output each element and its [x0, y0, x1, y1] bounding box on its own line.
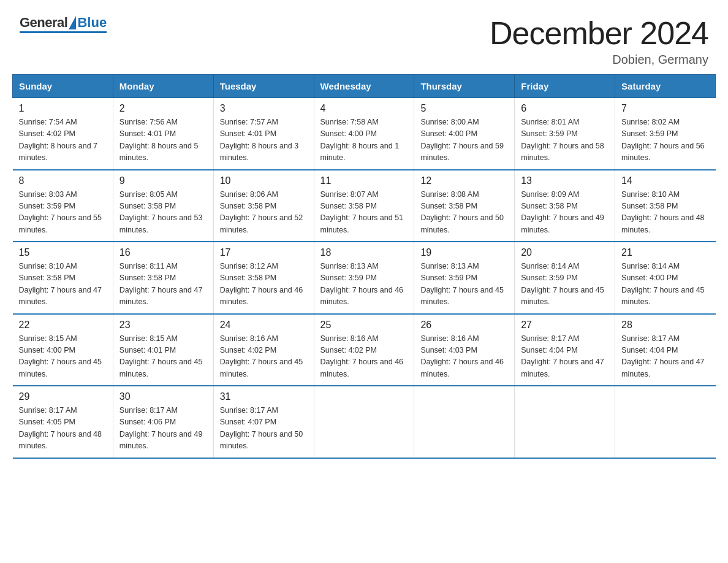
header-day-monday: Monday	[113, 75, 213, 98]
day-info: Sunrise: 8:14 AMSunset: 3:59 PMDaylight:…	[521, 261, 609, 308]
calendar-cell: 19Sunrise: 8:13 AMSunset: 3:59 PMDayligh…	[414, 242, 515, 314]
calendar-container: SundayMondayTuesdayWednesdayThursdayFrid…	[0, 74, 728, 471]
day-number: 30	[119, 391, 207, 402]
day-info: Sunrise: 7:56 AMSunset: 4:01 PMDaylight:…	[119, 117, 207, 164]
day-info: Sunrise: 8:16 AMSunset: 4:03 PMDaylight:…	[420, 333, 508, 381]
week-row-3: 15Sunrise: 8:10 AMSunset: 3:58 PMDayligh…	[13, 242, 716, 314]
day-info: Sunrise: 8:16 AMSunset: 4:02 PMDaylight:…	[220, 333, 308, 381]
calendar-cell: 18Sunrise: 8:13 AMSunset: 3:59 PMDayligh…	[314, 242, 414, 314]
calendar-cell: 31Sunrise: 8:17 AMSunset: 4:07 PMDayligh…	[213, 386, 314, 458]
calendar-cell: 3Sunrise: 7:57 AMSunset: 4:01 PMDaylight…	[213, 98, 314, 170]
calendar-body: 1Sunrise: 7:54 AMSunset: 4:02 PMDaylight…	[13, 98, 716, 458]
calendar-header: SundayMondayTuesdayWednesdayThursdayFrid…	[13, 75, 716, 98]
day-number: 29	[19, 391, 107, 402]
day-info: Sunrise: 8:17 AMSunset: 4:05 PMDaylight:…	[19, 405, 107, 453]
day-info: Sunrise: 8:17 AMSunset: 4:06 PMDaylight:…	[119, 405, 207, 453]
day-number: 13	[521, 175, 609, 186]
calendar-cell: 21Sunrise: 8:14 AMSunset: 4:00 PMDayligh…	[615, 242, 716, 314]
week-row-5: 29Sunrise: 8:17 AMSunset: 4:05 PMDayligh…	[13, 386, 716, 458]
logo-triangle-icon	[69, 16, 76, 29]
week-row-1: 1Sunrise: 7:54 AMSunset: 4:02 PMDaylight…	[13, 98, 716, 170]
day-number: 24	[220, 320, 308, 331]
day-info: Sunrise: 8:05 AMSunset: 3:58 PMDaylight:…	[119, 189, 207, 237]
week-row-4: 22Sunrise: 8:15 AMSunset: 4:00 PMDayligh…	[13, 314, 716, 386]
title-section: December 2024 Dobien, Germany	[490, 15, 708, 67]
calendar-cell: 2Sunrise: 7:56 AMSunset: 4:01 PMDaylight…	[113, 98, 213, 170]
calendar-cell: 11Sunrise: 8:07 AMSunset: 3:58 PMDayligh…	[314, 170, 414, 242]
calendar-cell: 12Sunrise: 8:08 AMSunset: 3:58 PMDayligh…	[414, 170, 515, 242]
page-header: General Blue December 2024 Dobien, Germa…	[0, 0, 728, 74]
day-number: 23	[119, 320, 207, 331]
day-number: 20	[521, 247, 609, 258]
calendar-cell: 5Sunrise: 8:00 AMSunset: 4:00 PMDaylight…	[414, 98, 515, 170]
day-info: Sunrise: 8:01 AMSunset: 3:59 PMDaylight:…	[521, 117, 609, 164]
header-day-saturday: Saturday	[615, 75, 716, 98]
calendar-cell: 1Sunrise: 7:54 AMSunset: 4:02 PMDaylight…	[13, 98, 113, 170]
calendar-cell: 7Sunrise: 8:02 AMSunset: 3:59 PMDaylight…	[615, 98, 716, 170]
day-number: 28	[621, 320, 709, 331]
header-day-tuesday: Tuesday	[213, 75, 314, 98]
day-info: Sunrise: 8:15 AMSunset: 4:01 PMDaylight:…	[119, 333, 207, 381]
day-info: Sunrise: 8:12 AMSunset: 3:58 PMDaylight:…	[220, 261, 308, 308]
calendar-cell: 22Sunrise: 8:15 AMSunset: 4:00 PMDayligh…	[13, 314, 113, 386]
calendar-cell: 8Sunrise: 8:03 AMSunset: 3:59 PMDaylight…	[13, 170, 113, 242]
day-info: Sunrise: 8:17 AMSunset: 4:04 PMDaylight:…	[621, 333, 709, 381]
day-info: Sunrise: 8:10 AMSunset: 3:58 PMDaylight:…	[19, 261, 107, 308]
day-info: Sunrise: 8:03 AMSunset: 3:59 PMDaylight:…	[19, 189, 107, 237]
day-info: Sunrise: 8:09 AMSunset: 3:58 PMDaylight:…	[521, 189, 609, 237]
day-number: 10	[220, 175, 308, 186]
day-info: Sunrise: 8:13 AMSunset: 3:59 PMDaylight:…	[320, 261, 408, 308]
calendar-cell: 24Sunrise: 8:16 AMSunset: 4:02 PMDayligh…	[213, 314, 314, 386]
day-info: Sunrise: 7:58 AMSunset: 4:00 PMDaylight:…	[320, 117, 408, 164]
calendar-cell	[515, 386, 615, 458]
day-info: Sunrise: 7:54 AMSunset: 4:02 PMDaylight:…	[19, 117, 107, 164]
calendar-cell: 13Sunrise: 8:09 AMSunset: 3:58 PMDayligh…	[515, 170, 615, 242]
day-info: Sunrise: 8:00 AMSunset: 4:00 PMDaylight:…	[420, 117, 508, 164]
day-info: Sunrise: 8:17 AMSunset: 4:07 PMDaylight:…	[220, 405, 308, 453]
day-number: 3	[220, 103, 308, 114]
week-row-2: 8Sunrise: 8:03 AMSunset: 3:59 PMDaylight…	[13, 170, 716, 242]
calendar-cell: 29Sunrise: 8:17 AMSunset: 4:05 PMDayligh…	[13, 386, 113, 458]
calendar-table: SundayMondayTuesdayWednesdayThursdayFrid…	[12, 74, 716, 459]
calendar-cell: 26Sunrise: 8:16 AMSunset: 4:03 PMDayligh…	[414, 314, 515, 386]
header-day-thursday: Thursday	[414, 75, 515, 98]
calendar-cell: 10Sunrise: 8:06 AMSunset: 3:58 PMDayligh…	[213, 170, 314, 242]
day-number: 26	[420, 320, 508, 331]
day-number: 21	[621, 247, 709, 258]
calendar-cell: 28Sunrise: 8:17 AMSunset: 4:04 PMDayligh…	[615, 314, 716, 386]
day-number: 31	[220, 391, 308, 402]
calendar-cell: 25Sunrise: 8:16 AMSunset: 4:02 PMDayligh…	[314, 314, 414, 386]
month-title: December 2024	[490, 15, 708, 52]
logo: General Blue	[20, 15, 107, 33]
calendar-cell: 23Sunrise: 8:15 AMSunset: 4:01 PMDayligh…	[113, 314, 213, 386]
calendar-cell: 27Sunrise: 8:17 AMSunset: 4:04 PMDayligh…	[515, 314, 615, 386]
header-row: SundayMondayTuesdayWednesdayThursdayFrid…	[13, 75, 716, 98]
calendar-cell: 14Sunrise: 8:10 AMSunset: 3:58 PMDayligh…	[615, 170, 716, 242]
day-info: Sunrise: 8:06 AMSunset: 3:58 PMDaylight:…	[220, 189, 308, 237]
calendar-cell: 20Sunrise: 8:14 AMSunset: 3:59 PMDayligh…	[515, 242, 615, 314]
calendar-cell: 17Sunrise: 8:12 AMSunset: 3:58 PMDayligh…	[213, 242, 314, 314]
day-number: 14	[621, 175, 709, 186]
day-number: 16	[119, 247, 207, 258]
day-info: Sunrise: 8:14 AMSunset: 4:00 PMDaylight:…	[621, 261, 709, 308]
calendar-cell	[615, 386, 716, 458]
day-info: Sunrise: 8:11 AMSunset: 3:58 PMDaylight:…	[119, 261, 207, 308]
calendar-cell: 30Sunrise: 8:17 AMSunset: 4:06 PMDayligh…	[113, 386, 213, 458]
calendar-cell	[414, 386, 515, 458]
calendar-cell: 4Sunrise: 7:58 AMSunset: 4:00 PMDaylight…	[314, 98, 414, 170]
logo-blue-text: Blue	[77, 15, 107, 31]
day-number: 12	[420, 175, 508, 186]
day-number: 8	[19, 175, 107, 186]
day-info: Sunrise: 8:02 AMSunset: 3:59 PMDaylight:…	[621, 117, 709, 164]
day-info: Sunrise: 7:57 AMSunset: 4:01 PMDaylight:…	[220, 117, 308, 164]
logo-underline	[20, 31, 107, 33]
day-info: Sunrise: 8:07 AMSunset: 3:58 PMDaylight:…	[320, 189, 408, 237]
day-info: Sunrise: 8:13 AMSunset: 3:59 PMDaylight:…	[420, 261, 508, 308]
day-number: 4	[320, 103, 408, 114]
header-day-sunday: Sunday	[13, 75, 113, 98]
day-number: 25	[320, 320, 408, 331]
header-day-friday: Friday	[515, 75, 615, 98]
calendar-cell	[314, 386, 414, 458]
day-number: 18	[320, 247, 408, 258]
day-info: Sunrise: 8:15 AMSunset: 4:00 PMDaylight:…	[19, 333, 107, 381]
